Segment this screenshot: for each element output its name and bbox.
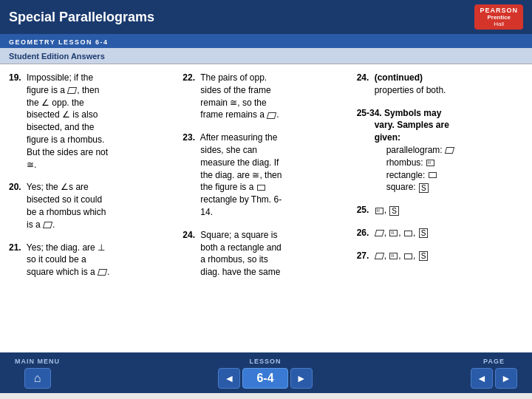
- p24-line3: a rhombus, so its: [183, 254, 267, 265]
- lesson-prev-button[interactable]: ◄: [218, 368, 240, 389]
- p19-line7: But the sides are not: [9, 147, 108, 157]
- problem-23: 23. After measuring the sides, she can m…: [183, 132, 349, 219]
- square-sym: S: [419, 183, 429, 193]
- main-content: 19. Impossible; if the figure is a , the…: [0, 64, 532, 352]
- p22-line3: remain ≅, so the: [183, 98, 266, 108]
- next-icon: ►: [296, 372, 307, 384]
- p20-line4: is a .: [9, 219, 55, 230]
- header: Special Parallelograms PEARSON Prentice …: [0, 0, 532, 34]
- main-menu-label: MAIN MENU: [15, 358, 60, 365]
- p2534-rectangle: rectangle:: [357, 170, 437, 180]
- problem-26: 26. , , , S: [357, 227, 523, 239]
- p26-sym4: S: [419, 228, 429, 238]
- lesson-number: 6-4: [242, 368, 287, 389]
- subtitle-text: GEOMETRY LESSON 6-4: [9, 38, 109, 46]
- p2534-line2: vary. Samples are: [357, 120, 449, 130]
- p19-line8: ≅.: [9, 160, 36, 170]
- column-3: 24. (continued) properties of both. 25-3…: [357, 72, 523, 349]
- p24-line2: both a rectangle and: [183, 242, 281, 253]
- home-button[interactable]: ⌂: [24, 368, 51, 389]
- p20-line1: Yes; the ∠s are: [27, 182, 89, 192]
- problem-24b-num: 24.: [357, 72, 369, 83]
- lesson-section[interactable]: LESSON ◄ 6-4 ►: [218, 358, 312, 389]
- problem-25: 25. , S: [357, 204, 523, 216]
- problem-27-num: 27.: [357, 250, 369, 261]
- problem-22-num: 22.: [183, 72, 195, 83]
- p27-sym4: S: [419, 251, 429, 261]
- p19-line1: Impossible; if the: [27, 72, 93, 83]
- page-section[interactable]: PAGE ◄ ►: [471, 358, 517, 389]
- p20-line2: bisected so it could: [9, 194, 102, 205]
- p24-line4: diag. have the same: [183, 267, 280, 277]
- parallelogram-sym-20: [43, 222, 52, 228]
- pgram-sym: [445, 147, 454, 154]
- hall-label: Hall: [494, 21, 504, 27]
- p22-line2: sides of the frame: [183, 85, 270, 95]
- page-label: PAGE: [483, 358, 505, 365]
- p26-sym2: [389, 230, 398, 236]
- pearson-brand: PEARSON: [480, 7, 518, 14]
- page-title: Special Parallelograms: [9, 10, 154, 25]
- p24-line1: Square; a square is: [200, 230, 277, 240]
- problem-21: 21. Yes; the diag. are ⊥ so it could be …: [9, 242, 175, 279]
- p23-line2: sides, she can: [183, 145, 257, 155]
- problem-20-num: 20.: [9, 182, 21, 192]
- p27-sym3: [404, 253, 412, 259]
- p23-line6: rectangle by Thm. 6-: [183, 194, 282, 205]
- column-2: 22. The pairs of opp. sides of the frame…: [183, 72, 349, 349]
- problem-23-num: 23.: [183, 132, 195, 143]
- page-nav: ◄ ►: [471, 368, 517, 389]
- problem-19-num: 19.: [9, 72, 21, 83]
- page-prev-icon: ◄: [477, 372, 487, 384]
- rect-sym-key: [429, 172, 437, 178]
- p21-line1: Yes; the diag. are ⊥: [27, 242, 105, 253]
- p24b-continued: (continued): [375, 72, 423, 83]
- pearson-logo: PEARSON Prentice Hall: [474, 4, 523, 30]
- p19-line5: bisected, and the: [9, 122, 94, 132]
- p19-line6: figure is a rhombus.: [9, 134, 104, 145]
- p23-line5: the figure is a: [183, 182, 265, 192]
- subtitle-bar: GEOMETRY LESSON 6-4: [0, 34, 532, 48]
- section-label: Student Edition Answers: [9, 52, 105, 61]
- problem-24-continued: 24. (continued) properties of both.: [357, 72, 523, 97]
- p21-line3: square which is a .: [9, 267, 109, 277]
- problem-21-num: 21.: [9, 242, 21, 253]
- problem-27: 27. , , , S: [357, 250, 523, 262]
- p21-line2: so it could be a: [9, 254, 86, 265]
- p19-line4: bisected ∠ is also: [9, 109, 98, 120]
- p26-sym1: [374, 230, 383, 236]
- problem-25-num: 25.: [357, 205, 369, 215]
- problem-22: 22. The pairs of opp. sides of the frame…: [183, 72, 349, 121]
- lesson-nav: ◄ 6-4 ►: [218, 368, 312, 389]
- page-prev-button[interactable]: ◄: [471, 368, 493, 389]
- p19-line3: the ∠ opp. the: [9, 98, 84, 108]
- p23-line4: the diag. are ≅, then: [183, 170, 282, 180]
- parallelogram-sym-22: [267, 112, 276, 119]
- p26-sym3: [404, 231, 412, 236]
- parallelogram-sym-19: [67, 87, 77, 94]
- lesson-next-button[interactable]: ►: [290, 368, 313, 389]
- home-icon: ⌂: [34, 372, 41, 385]
- pearson-imprint: Prentice Hall: [487, 14, 511, 27]
- p23-line1: After measuring the: [200, 132, 278, 143]
- rhombus-sym: [426, 160, 434, 166]
- prev-icon: ◄: [225, 372, 235, 384]
- p23-line7: 14.: [183, 207, 213, 217]
- problem-20: 20. Yes; the ∠s are bisected so it could…: [9, 181, 175, 231]
- p2534-header: 25-34. Symbols may: [357, 108, 442, 118]
- problem-24: 24. Square; a square is both a rectangle…: [183, 229, 349, 279]
- p2534-square: square: S: [357, 182, 429, 192]
- p25-sym2: S: [389, 206, 399, 216]
- p22-line1: The pairs of opp.: [200, 72, 267, 83]
- problem-19: 19. Impossible; if the figure is a , the…: [9, 72, 175, 171]
- section-header: Student Edition Answers: [0, 48, 532, 64]
- p27-sym2: [389, 253, 398, 259]
- p24b-line2: properties of both.: [357, 85, 446, 95]
- main-menu-section[interactable]: MAIN MENU ⌂: [15, 358, 60, 389]
- page-next-icon: ►: [501, 372, 511, 384]
- problem-24-num: 24.: [183, 230, 195, 240]
- p22-line4: frame remains a .: [183, 109, 279, 120]
- p20-line3: be a rhombus which: [9, 207, 106, 217]
- page-next-button[interactable]: ►: [495, 368, 517, 389]
- p2534-parallelogram: parallelogram:: [357, 145, 454, 155]
